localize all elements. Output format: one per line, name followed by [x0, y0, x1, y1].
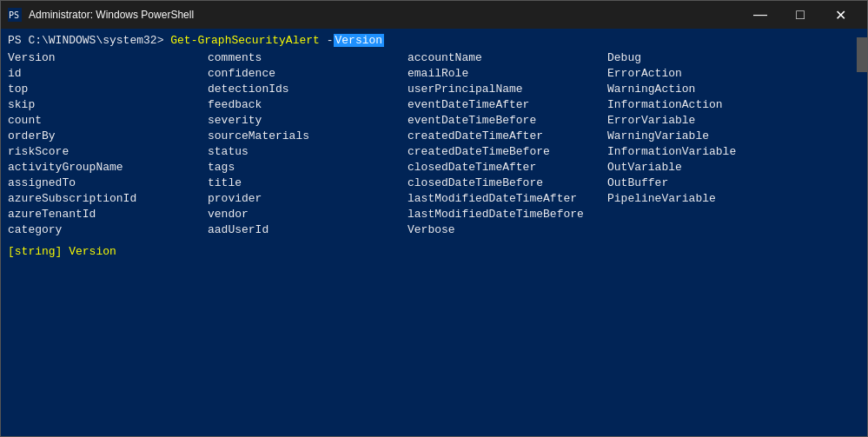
title-bar: PS Administrator: Windows PowerShell — □…: [1, 1, 867, 29]
scrollbar[interactable]: [857, 29, 867, 436]
maximize-button[interactable]: □: [780, 1, 820, 29]
output-cell: comments: [208, 50, 407, 66]
output-cell: OutBuffer: [607, 175, 807, 191]
output-cell: sourceMaterials: [208, 129, 407, 144]
scrollbar-thumb[interactable]: [857, 37, 867, 72]
output-cell: id: [8, 66, 208, 82]
output-cell: InformationAction: [607, 97, 807, 113]
window-title: Administrator: Windows PowerShell: [29, 9, 733, 21]
output-cell: assignedTo: [8, 175, 208, 191]
minimize-button[interactable]: —: [740, 1, 780, 29]
param-highlight: Version: [334, 34, 385, 47]
output-cell: confidence: [208, 66, 407, 82]
output-cell: closedDateTimeBefore: [407, 175, 607, 191]
output-cell: Verbose: [407, 222, 607, 238]
output-cell: [607, 222, 807, 238]
output-cell: createdDateTimeBefore: [407, 144, 607, 160]
output-cell: count: [8, 113, 208, 129]
output-cell: detectionIds: [208, 82, 407, 97]
command-text: Get-GraphSecurityAlert: [170, 34, 320, 47]
output-cell: orderBy: [8, 129, 208, 144]
result-line: [string] Version: [8, 245, 860, 258]
output-cell: ErrorVariable: [607, 113, 807, 129]
output-cell: category: [8, 222, 208, 238]
output-cell: WarningAction: [607, 82, 807, 97]
output-cell: eventDateTimeAfter: [407, 97, 607, 113]
powershell-icon: PS: [8, 8, 22, 22]
window-controls: — □ ✕: [740, 1, 860, 29]
output-cell: status: [208, 144, 407, 160]
prompt-path: PS C:\WINDOWS\system32>: [8, 34, 163, 47]
output-cell: Version: [8, 50, 208, 66]
output-cell: Debug: [607, 50, 807, 66]
close-button[interactable]: ✕: [820, 1, 860, 29]
output-cell: WarningVariable: [607, 129, 807, 144]
output-cell: title: [208, 175, 407, 191]
output-cell: InformationVariable: [607, 144, 807, 160]
output-cell: [607, 207, 807, 222]
output-cell: vendor: [208, 207, 407, 222]
output-cell: severity: [208, 113, 407, 129]
output-cell: top: [8, 82, 208, 97]
output-cell: riskScore: [8, 144, 208, 160]
output-cell: provider: [208, 191, 407, 207]
output-cell: tags: [208, 160, 407, 175]
output-cell: OutVariable: [607, 160, 807, 175]
output-cell: feedback: [208, 97, 407, 113]
terminal-area[interactable]: PS C:\WINDOWS\system32> Get-GraphSecurit…: [1, 29, 867, 436]
output-grid: VersioncommentsaccountNameDebugidconfide…: [8, 50, 860, 238]
output-cell: activityGroupName: [8, 160, 208, 175]
output-cell: aadUserId: [208, 222, 407, 238]
output-cell: closedDateTimeAfter: [407, 160, 607, 175]
output-cell: userPrincipalName: [407, 82, 607, 97]
prompt-line: PS C:\WINDOWS\system32> Get-GraphSecurit…: [8, 34, 860, 47]
output-cell: accountName: [407, 50, 607, 66]
output-cell: eventDateTimeBefore: [407, 113, 607, 129]
output-cell: emailRole: [407, 66, 607, 82]
svg-text:PS: PS: [9, 10, 19, 20]
output-cell: lastModifiedDateTimeAfter: [407, 191, 607, 207]
output-cell: ErrorAction: [607, 66, 807, 82]
output-cell: skip: [8, 97, 208, 113]
output-cell: PipelineVariable: [607, 191, 807, 207]
output-cell: lastModifiedDateTimeBefore: [407, 207, 607, 222]
output-cell: createdDateTimeAfter: [407, 129, 607, 144]
window: PS Administrator: Windows PowerShell — □…: [0, 0, 868, 437]
output-cell: azureSubscriptionId: [8, 191, 208, 207]
output-cell: azureTenantId: [8, 207, 208, 222]
